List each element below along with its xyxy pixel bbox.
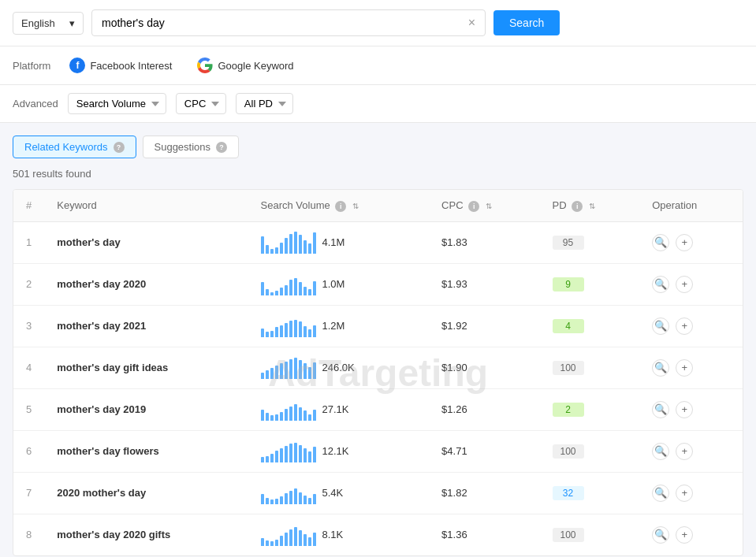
related-info-icon: ? <box>114 142 125 153</box>
search-keyword-icon[interactable]: 🔍 <box>652 234 669 251</box>
search-keyword-icon[interactable]: 🔍 <box>652 276 669 293</box>
mini-chart <box>261 273 316 295</box>
suggestions-label: Suggestions <box>155 141 211 153</box>
search-keyword-icon[interactable]: 🔍 <box>652 526 669 544</box>
search-keyword-icon[interactable]: 🔍 <box>652 485 669 502</box>
search-button[interactable]: Search <box>493 10 560 35</box>
pd-badge: 100 <box>553 528 584 542</box>
row-keyword: 2020 mother's day <box>44 472 248 514</box>
google-icon <box>197 58 213 73</box>
row-pd: 9 <box>540 263 640 305</box>
add-keyword-icon[interactable]: + <box>676 443 693 460</box>
row-operations: 🔍 + <box>639 388 743 430</box>
mini-chart <box>261 232 316 254</box>
row-pd: 2 <box>540 388 640 430</box>
search-keyword-icon[interactable]: 🔍 <box>652 401 669 418</box>
table-row: 7 2020 mother's day 5.4K $1.82 32 🔍 + <box>13 472 743 514</box>
volume-value: 5.4K <box>322 487 344 499</box>
volume-value: 4.1M <box>322 236 345 248</box>
facebook-interest-option[interactable]: f Facebook Interest <box>63 54 178 76</box>
table-row: 6 mother's day flowers 12.1K $4.71 100 🔍… <box>13 430 743 472</box>
pd-sort-icon[interactable]: ⇅ <box>589 202 595 210</box>
table-row: 3 mother's day 2021 1.2M $1.92 4 🔍 + <box>13 305 743 347</box>
row-operations: 🔍 + <box>639 347 743 388</box>
row-keyword: mother's day <box>44 221 248 263</box>
col-num: # <box>13 190 44 221</box>
platform-bar: Platform f Facebook Interest Google Keyw… <box>0 46 756 85</box>
row-pd: 32 <box>540 472 640 514</box>
mini-chart <box>261 315 316 337</box>
search-keyword-icon[interactable]: 🔍 <box>652 317 669 335</box>
row-operations: 🔍 + <box>639 305 743 347</box>
cpc-filter[interactable]: CPC <box>176 93 226 114</box>
search-input[interactable] <box>99 10 465 35</box>
add-keyword-icon[interactable]: + <box>676 234 693 251</box>
platform-label: Platform <box>13 60 50 72</box>
volume-value: 1.2M <box>322 320 345 332</box>
table-row: 5 mother's day 2019 27.1K $1.26 2 🔍 + <box>13 388 743 430</box>
row-volume: 246.0K <box>248 347 430 388</box>
row-keyword: mother's day 2020 gifts <box>44 514 248 555</box>
facebook-icon: f <box>69 58 85 73</box>
table-body: 1 mother's day 4.1M $1.83 95 🔍 + 2 mothe… <box>13 221 743 555</box>
pd-badge: 32 <box>553 486 584 500</box>
col-operation: Operation <box>639 190 743 221</box>
mini-chart <box>261 399 316 421</box>
row-num: 1 <box>13 221 44 263</box>
row-pd: 100 <box>540 347 640 388</box>
table-row: 2 mother's day 2020 1.0M $1.93 9 🔍 + <box>13 263 743 305</box>
search-keyword-icon[interactable]: 🔍 <box>652 443 669 460</box>
volume-sort-icon[interactable]: ⇅ <box>352 202 359 210</box>
search-keyword-icon[interactable]: 🔍 <box>652 359 669 377</box>
col-cpc: CPC i ⇅ <box>429 190 539 221</box>
pd-filter[interactable]: All PD <box>236 93 293 114</box>
advanced-bar: Advanced Search Volume CPC All PD <box>0 85 756 123</box>
op-icons: 🔍 + <box>652 317 730 335</box>
row-pd: 4 <box>540 305 640 347</box>
add-keyword-icon[interactable]: + <box>676 526 693 544</box>
col-pd: PD i ⇅ <box>540 190 640 221</box>
cpc-sort-icon[interactable]: ⇅ <box>486 202 492 210</box>
tab-related-keywords[interactable]: Related Keywords ? <box>13 136 136 158</box>
row-volume: 1.2M <box>248 305 430 347</box>
cpc-info-icon: i <box>468 201 479 212</box>
search-bar: English ▾ × Search <box>0 0 756 46</box>
language-select[interactable]: English ▾ <box>13 12 84 35</box>
row-cpc: $1.92 <box>429 305 539 347</box>
row-keyword: mother's day 2019 <box>44 388 248 430</box>
op-icons: 🔍 + <box>652 276 730 293</box>
clear-button[interactable]: × <box>465 16 479 30</box>
op-icons: 🔍 + <box>652 359 730 377</box>
mini-chart <box>261 482 316 504</box>
google-keyword-option[interactable]: Google Keyword <box>191 54 300 76</box>
mini-chart <box>261 440 316 462</box>
keywords-table: # Keyword Search Volume i ⇅ CPC i ⇅ PD <box>13 190 743 555</box>
add-keyword-icon[interactable]: + <box>676 485 693 502</box>
row-keyword: mother's day gift ideas <box>44 347 248 388</box>
table-header: # Keyword Search Volume i ⇅ CPC i ⇅ PD <box>13 190 743 221</box>
add-keyword-icon[interactable]: + <box>676 359 693 377</box>
volume-info-icon: i <box>335 201 346 212</box>
volume-value: 12.1K <box>322 445 349 457</box>
advanced-label: Advanced <box>13 98 58 110</box>
tabs-row: Related Keywords ? Suggestions ? <box>13 136 743 158</box>
op-icons: 🔍 + <box>652 443 730 460</box>
add-keyword-icon[interactable]: + <box>676 317 693 335</box>
row-cpc: $1.93 <box>429 263 539 305</box>
volume-value: 27.1K <box>322 403 349 415</box>
row-cpc: $1.90 <box>429 347 539 388</box>
add-keyword-icon[interactable]: + <box>676 401 693 418</box>
tab-suggestions[interactable]: Suggestions ? <box>143 136 240 158</box>
related-keywords-label: Related Keywords <box>24 141 108 153</box>
row-operations: 🔍 + <box>639 221 743 263</box>
volume-value: 1.0M <box>322 278 345 290</box>
search-volume-filter[interactable]: Search Volume <box>68 93 166 114</box>
row-keyword: mother's day flowers <box>44 430 248 472</box>
row-num: 7 <box>13 472 44 514</box>
row-volume: 5.4K <box>248 472 430 514</box>
row-cpc: $1.26 <box>429 388 539 430</box>
row-num: 3 <box>13 305 44 347</box>
row-cpc: $4.71 <box>429 430 539 472</box>
add-keyword-icon[interactable]: + <box>676 276 693 293</box>
table-row: 4 mother's day gift ideas 246.0K $1.90 1… <box>13 347 743 388</box>
